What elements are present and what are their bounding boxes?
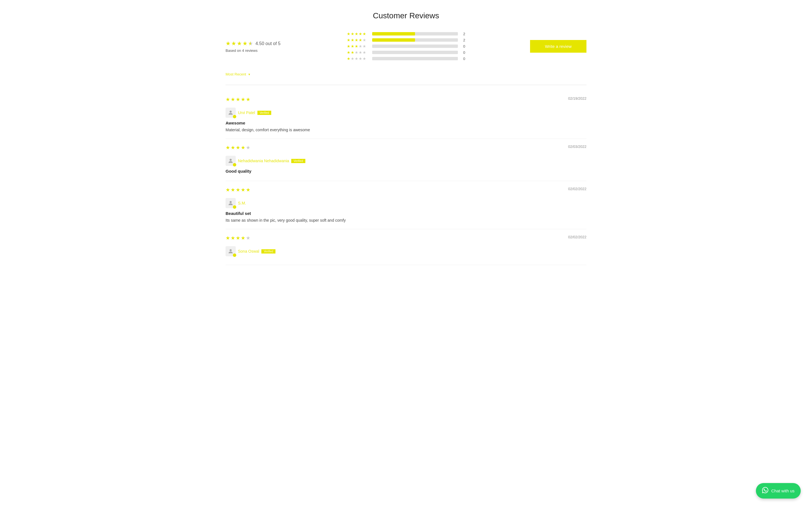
bar-row-2: ★ ★ ★ ★ ★ 0 <box>347 50 465 55</box>
review-item-3: ★ ★ ★ ★ ★ 02/02/2022 S.M. Beautiful set … <box>225 181 587 229</box>
reviewer-2-verified-badge: Verified <box>291 159 305 163</box>
sort-row[interactable]: Most Recent ▾ <box>225 72 587 76</box>
review-2-stars: ★ ★ ★ ★ ★ <box>225 145 250 151</box>
review-1-title: Awesome <box>225 121 587 125</box>
star-1: ★ <box>225 40 231 47</box>
bar-4-stars: ★ ★ ★ ★ ★ <box>347 38 369 42</box>
reviewer-4-row: Sona Oswal Verified <box>225 246 587 256</box>
reviewer-2-avatar <box>225 156 236 166</box>
review-3-title: Beautiful set <box>225 211 587 216</box>
avg-score: 4.50 out of 5 <box>255 41 281 46</box>
bar-5-stars: ★ ★ ★ ★ ★ <box>347 32 369 36</box>
star-2: ★ <box>231 40 236 47</box>
divider <box>225 85 587 85</box>
review-1-body: Material, design, comfort everything is … <box>225 127 587 133</box>
bar-row-3: ★ ★ ★ ★ ★ 0 <box>347 44 465 48</box>
svg-point-1 <box>230 159 232 161</box>
reviewer-2-row: Nehadidwania Nehadidwania Verified <box>225 156 587 166</box>
summary-left: ★ ★ ★ ★ ★ 4.50 out of 5 Based on 4 revie… <box>225 40 282 53</box>
reviewer-3-avatar <box>225 198 236 208</box>
reviewer-2-name: Nehadidwania Nehadidwania <box>238 159 289 163</box>
bar-1-count: 0 <box>461 57 465 61</box>
bar-4-count: 2 <box>461 38 465 42</box>
reviewer-4-avatar <box>225 246 236 256</box>
bar-3-track <box>372 45 458 48</box>
bar-row-4: ★ ★ ★ ★ ★ 2 <box>347 38 465 42</box>
summary-bars: ★ ★ ★ ★ ★ 2 ★ ★ ★ ★ ★ <box>347 32 465 61</box>
page-title: Customer Reviews <box>225 11 587 20</box>
write-review-button[interactable]: Write a review <box>530 40 587 53</box>
reviewer-3-row: S.M. <box>225 198 587 208</box>
review-3-date: 02/02/2022 <box>568 187 587 191</box>
star-5-half: ★ <box>248 40 253 47</box>
reviewer-4-verified-badge: Verified <box>261 249 275 253</box>
review-3-header: ★ ★ ★ ★ ★ 02/02/2022 <box>225 187 587 195</box>
bar-row-1: ★ ★ ★ ★ ★ 0 <box>347 56 465 61</box>
review-1-header: ★ ★ ★ ★ ★ 02/19/2022 <box>225 96 587 105</box>
review-1-stars: ★ ★ ★ ★ ★ <box>225 96 250 103</box>
review-4-header: ★ ★ ★ ★ ★ 02/02/2022 <box>225 235 587 243</box>
reviewer-1-avatar <box>225 108 236 118</box>
bar-1-track <box>372 57 458 60</box>
bar-5-fill <box>372 32 415 36</box>
review-4-date: 02/02/2022 <box>568 235 587 239</box>
reviewer-1-name: Urvi Patel <box>238 110 255 115</box>
reviews-summary: ★ ★ ★ ★ ★ 4.50 out of 5 Based on 4 revie… <box>225 32 587 61</box>
reviewer-1-verified-badge: Verified <box>257 111 271 115</box>
review-3-stars: ★ ★ ★ ★ ★ <box>225 187 250 193</box>
bar-row-5: ★ ★ ★ ★ ★ 2 <box>347 32 465 36</box>
bar-4-track <box>372 38 458 42</box>
chevron-down-icon[interactable]: ▾ <box>248 72 250 76</box>
star-4: ★ <box>243 40 248 47</box>
svg-point-2 <box>230 201 232 203</box>
review-item-1: ★ ★ ★ ★ ★ 02/19/2022 Urvi Patel Verified… <box>225 91 587 139</box>
bar-2-count: 0 <box>461 50 465 55</box>
based-on-label: Based on 4 reviews <box>225 48 257 53</box>
bar-3-count: 0 <box>461 44 465 48</box>
reviewer-1-row: Urvi Patel Verified <box>225 108 587 118</box>
review-4-stars: ★ ★ ★ ★ ★ <box>225 235 250 241</box>
review-item-2: ★ ★ ★ ★ ★ 02/03/2022 Nehadidwania Nehadi… <box>225 139 587 181</box>
svg-point-3 <box>230 249 232 251</box>
reviewer-3-name: S.M. <box>238 201 246 205</box>
reviewer-4-name: Sona Oswal <box>238 249 259 253</box>
review-2-header: ★ ★ ★ ★ ★ 02/03/2022 <box>225 145 587 153</box>
bar-2-track <box>372 51 458 54</box>
review-2-date: 02/03/2022 <box>568 145 587 149</box>
review-3-body: Its same as shown in the pic, very good … <box>225 217 587 223</box>
svg-point-0 <box>230 111 232 113</box>
avg-stars-row: ★ ★ ★ ★ ★ <box>225 40 253 47</box>
bar-2-stars: ★ ★ ★ ★ ★ <box>347 50 369 55</box>
bar-5-count: 2 <box>461 32 465 36</box>
review-1-date: 02/19/2022 <box>568 96 587 101</box>
review-2-title: Good quality <box>225 169 587 173</box>
bar-3-stars: ★ ★ ★ ★ ★ <box>347 44 369 48</box>
bar-4-fill <box>372 38 415 42</box>
bar-1-stars: ★ ★ ★ ★ ★ <box>347 56 369 61</box>
review-item-4: ★ ★ ★ ★ ★ 02/02/2022 Sona Oswal Verified <box>225 229 587 265</box>
sort-label[interactable]: Most Recent <box>225 72 246 76</box>
summary-stars: ★ ★ ★ ★ ★ 4.50 out of 5 <box>225 40 281 47</box>
bar-5-track <box>372 32 458 36</box>
star-3: ★ <box>237 40 242 47</box>
